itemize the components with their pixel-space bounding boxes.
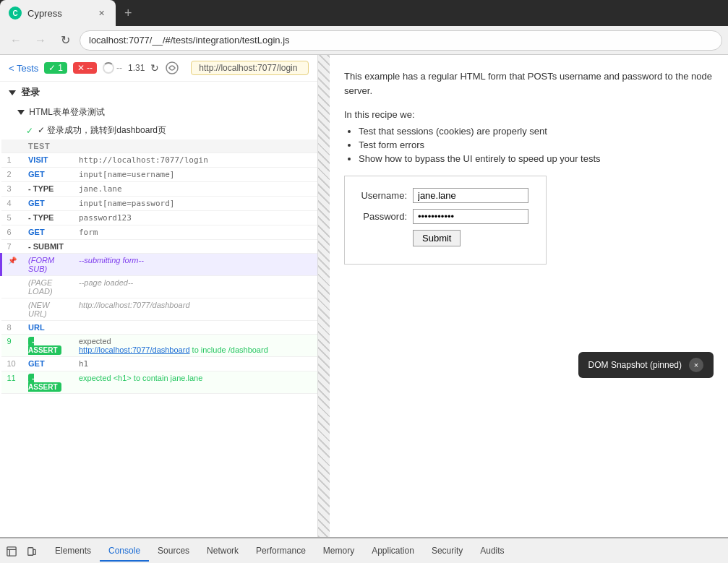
devtools-panel: Elements Console Sources Network Perform… bbox=[0, 537, 728, 563]
cypress-panel: < Tests ✓ 1 ✕ -- -- 1.31 ↻ http://localh… bbox=[0, 55, 318, 537]
cmd-value: input[name=password] bbox=[73, 197, 317, 211]
cmd-value bbox=[73, 240, 317, 254]
devtools-icon-group bbox=[3, 543, 40, 560]
assert-value-2: expected <h1> to contain jane.lane bbox=[73, 371, 317, 394]
assert-badge-cell-2: - ASSERT bbox=[22, 371, 73, 394]
checkmark-icon: ✓ bbox=[48, 63, 56, 73]
cypress-toolbar: < Tests ✓ 1 ✕ -- -- 1.31 ↻ http://localh… bbox=[0, 55, 317, 82]
assert-row-2[interactable]: 11 - ASSERT expected <h1> to contain jan… bbox=[1, 371, 318, 394]
row-num: 9 bbox=[1, 335, 23, 357]
cmd-name: - SUBMIT bbox=[22, 240, 73, 254]
row-num: 8 bbox=[1, 321, 23, 335]
assert-url-text: http://localhost:7077/dashboard to inclu… bbox=[79, 345, 312, 354]
tab-elements[interactable]: Elements bbox=[46, 541, 100, 562]
recipe-bullets: Test that sessions (cookies) are properl… bbox=[359, 126, 714, 164]
form-sub-value: --submitting form-- bbox=[73, 254, 317, 276]
inspector-icon-button[interactable] bbox=[3, 543, 20, 560]
cmd-value: password123 bbox=[73, 211, 317, 225]
panel-divider bbox=[318, 55, 330, 537]
col-test: TEST bbox=[22, 139, 317, 153]
dom-snapshot-close-button[interactable]: × bbox=[689, 358, 703, 372]
cmd-value: form bbox=[73, 225, 317, 240]
tab-close-button[interactable]: ✕ bbox=[95, 7, 107, 19]
pending-count: -- bbox=[116, 63, 122, 73]
submit-row: Submit bbox=[356, 230, 534, 246]
new-url-value: http://localhost:7077/dashboard bbox=[73, 298, 317, 321]
submit-button[interactable]: Submit bbox=[413, 230, 461, 246]
page-load-cmd: (PAGE LOAD) bbox=[22, 276, 73, 298]
table-row[interactable]: 5 - TYPE password123 bbox=[1, 211, 318, 225]
pass-checkmark-icon: ✓ bbox=[26, 126, 33, 136]
suite-title: 登录 bbox=[0, 82, 317, 103]
pin-icon: 📌 bbox=[8, 257, 17, 265]
table-row[interactable]: 6 GET form bbox=[1, 225, 318, 240]
table-row[interactable]: 3 - TYPE jane.lane bbox=[1, 182, 318, 197]
spinner-icon bbox=[103, 62, 114, 74]
test-pass-item[interactable]: ✓ ✓ 登录成功，跳转到dashboard页 bbox=[0, 121, 317, 139]
sub-suite-text: HTML表单登录测试 bbox=[29, 107, 105, 117]
row-num: 10 bbox=[1, 357, 23, 371]
tab-sources[interactable]: Sources bbox=[149, 541, 198, 562]
device-icon-button[interactable] bbox=[23, 543, 40, 560]
svg-rect-1 bbox=[7, 546, 16, 555]
tab-security[interactable]: Security bbox=[423, 541, 471, 562]
sub-collapse-icon[interactable] bbox=[17, 110, 25, 115]
tab-memory[interactable]: Memory bbox=[314, 541, 363, 562]
tab-console[interactable]: Console bbox=[100, 541, 149, 562]
new-url-cmd: (NEW URL) bbox=[22, 298, 73, 321]
table-row[interactable]: 2 GET input[name=username] bbox=[1, 168, 318, 182]
back-button[interactable]: ← bbox=[6, 30, 26, 51]
app-preview-panel: This example has a regular HTML form tha… bbox=[330, 55, 728, 537]
tab-performance[interactable]: Performance bbox=[247, 541, 314, 562]
main-layout: < Tests ✓ 1 ✕ -- -- 1.31 ↻ http://localh… bbox=[0, 55, 728, 537]
reload-button[interactable]: ↻ bbox=[55, 30, 75, 51]
table-row[interactable]: 8 URL bbox=[1, 321, 318, 335]
tests-back-link[interactable]: < Tests bbox=[9, 63, 38, 74]
cmd-value: h1 bbox=[73, 357, 317, 371]
dom-snapshot-badge: DOM Snapshot (pinned) × bbox=[578, 352, 714, 378]
table-header-row: TEST bbox=[1, 139, 318, 153]
address-bar[interactable] bbox=[80, 30, 722, 51]
tab-application[interactable]: Application bbox=[363, 541, 423, 562]
cmd-name: GET bbox=[22, 357, 73, 371]
assert-row[interactable]: 9 - ASSERT expected http://localhost:707… bbox=[1, 335, 318, 357]
new-tab-button[interactable]: + bbox=[116, 0, 141, 26]
fail-badge: ✕ -- bbox=[73, 62, 97, 74]
cmd-name: GET bbox=[22, 197, 73, 211]
col-num bbox=[1, 139, 23, 153]
svg-rect-3 bbox=[33, 549, 36, 554]
reload-tests-button[interactable]: ↻ bbox=[150, 62, 159, 74]
cmd-value: http://localhost:7077/login bbox=[73, 153, 317, 168]
table-row[interactable]: 7 - SUBMIT bbox=[1, 240, 318, 254]
cmd-name: - TYPE bbox=[22, 182, 73, 197]
assert-text: expected bbox=[79, 337, 312, 345]
assert-badge-cell: - ASSERT bbox=[22, 335, 73, 357]
assert-url: http://localhost:7077/dashboard bbox=[79, 345, 190, 354]
table-row[interactable]: 10 GET h1 bbox=[1, 357, 318, 371]
table-row[interactable]: 4 GET input[name=password] bbox=[1, 197, 318, 211]
tab-audits[interactable]: Audits bbox=[471, 541, 513, 562]
browser-tab-cypress[interactable]: C Cypress ✕ bbox=[0, 0, 116, 26]
collapse-icon[interactable] bbox=[9, 90, 16, 95]
tab-network[interactable]: Network bbox=[198, 541, 247, 562]
assert-badge: - ASSERT bbox=[28, 337, 61, 355]
devtools-tab-bar: Elements Console Sources Network Perform… bbox=[0, 538, 728, 563]
svg-rect-2 bbox=[28, 547, 33, 555]
password-input[interactable] bbox=[413, 209, 528, 224]
username-input[interactable] bbox=[413, 188, 528, 203]
row-num: 4 bbox=[1, 197, 23, 211]
table-row[interactable]: 1 VISIT http://localhost:7077/login bbox=[1, 153, 318, 168]
row-num: 1 bbox=[1, 153, 23, 168]
assert-value: expected http://localhost:7077/dashboard… bbox=[73, 335, 317, 357]
row-num: 5 bbox=[1, 211, 23, 225]
bullet-2: Test form errors bbox=[359, 139, 714, 150]
page-load-value: --page loaded-- bbox=[73, 276, 317, 298]
forward-button[interactable]: → bbox=[30, 30, 51, 51]
pending-badge: -- bbox=[103, 62, 122, 74]
svg-point-0 bbox=[166, 62, 178, 74]
cmd-name: URL bbox=[22, 321, 73, 335]
username-label: Username: bbox=[356, 190, 407, 201]
sub-suite-title: HTML表单登录测试 bbox=[0, 103, 317, 121]
row-num: 2 bbox=[1, 168, 23, 182]
form-sub-row[interactable]: 📌 (FORM SUB) --submitting form-- bbox=[1, 254, 318, 276]
